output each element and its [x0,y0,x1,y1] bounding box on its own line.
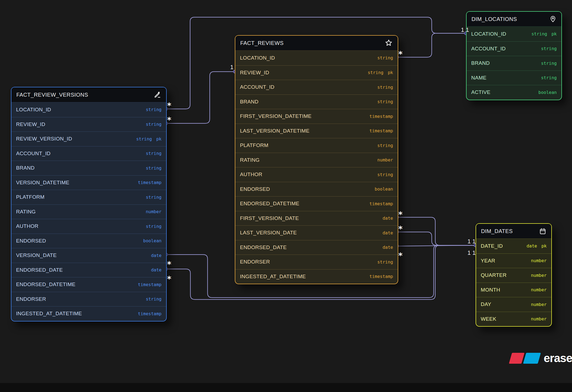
field-row-version_date[interactable]: VERSION_DATEdate [11,248,166,263]
eraser-logo-icon [509,353,541,364]
field-row-endorser[interactable]: ENDORSERstring [11,292,166,307]
field-name: LOCATION_ID [471,31,506,37]
field-type: timestamp [138,311,162,316]
field-name: PLATFORM [16,194,44,200]
star-icon [385,39,393,47]
table-dim-locations[interactable]: DIM_LOCATIONS LOCATION_IDstringpkACCOUNT… [466,11,562,100]
table-title: DIM_LOCATIONS [471,16,517,22]
field-row-ingested_at_datetime[interactable]: INGESTED_AT_DATETIMEtimestamp [11,306,166,321]
connector-fr-last-version-date-to-dim-dates[interactable] [397,232,476,245]
field-name: PLATFORM [240,142,268,148]
field-name: YEAR [481,258,495,264]
eraser-logo: eraser [510,352,572,365]
field-name: INGESTED_AT_DATETIME [16,311,82,317]
field-name: RATING [240,157,260,163]
table-header[interactable]: DIM_DATES [476,224,551,239]
table-fact-reviews[interactable]: FACT_REVIEWS LOCATION_IDstringREVIEW_IDs… [235,35,398,284]
field-row-week[interactable]: WEEKnumber [476,312,551,326]
field-name: WEEK [481,316,496,322]
field-row-year[interactable]: YEARnumber [476,253,551,268]
field-row-endorsed_datetime[interactable]: ENDORSED_DATETIMEtimestamp [235,196,398,211]
field-row-location_id[interactable]: LOCATION_IDstring [11,102,166,117]
field-row-endorsed_date[interactable]: ENDORSED_DATEdate [235,240,398,255]
field-type: date [382,245,393,250]
field-name: DAY [481,301,491,307]
field-name: ENDORSED_DATETIME [16,281,75,287]
field-row-account_id[interactable]: ACCOUNT_IDstring [467,41,561,56]
field-name: NAME [471,75,486,81]
field-row-location_id[interactable]: LOCATION_IDstringpk [467,27,561,41]
table-header[interactable]: FACT_REVIEWS [235,36,398,51]
field-type: number [377,157,393,163]
field-row-day[interactable]: DAYnumber [476,297,551,312]
table-title: FACT_REVIEW_VERSIONS [16,92,88,98]
table-fact-review-versions[interactable]: FACT_REVIEW_VERSIONS LOCATION_IDstringRE… [11,87,167,321]
field-row-account_id[interactable]: ACCOUNT_IDstring [235,80,398,94]
field-row-first_version_date[interactable]: FIRST_VERSION_DATEdate [235,211,398,226]
field-row-platform[interactable]: PLATFORMstring [235,138,398,153]
field-row-brand[interactable]: BRANDstring [467,56,561,71]
field-row-author[interactable]: AUTHORstring [11,219,166,234]
field-type: boolean [375,186,393,192]
field-row-brand[interactable]: BRANDstring [11,161,166,175]
field-type: number [531,316,547,321]
field-row-review_id[interactable]: REVIEW_IDstring [11,117,166,132]
field-row-endorsed[interactable]: ENDORSEDboolean [235,182,398,197]
field-row-endorser[interactable]: ENDORSERstring [235,255,398,269]
field-row-author[interactable]: AUTHORstring [235,167,398,182]
field-row-last_version_datetime[interactable]: LAST_VERSION_DATETIMEtimestamp [235,124,398,138]
field-row-endorsed_date[interactable]: ENDORSED_DATEdate [11,263,166,277]
connector-frv-review-to-fact-reviews[interactable] [166,72,235,123]
field-list: LOCATION_IDstringREVIEW_IDstringREVIEW_V… [11,102,166,321]
field-row-platform[interactable]: PLATFORMstring [11,190,166,204]
field-row-quarter[interactable]: QUARTERnumber [476,268,551,283]
field-name: ACTIVE [471,89,490,95]
field-row-month[interactable]: MONTHnumber [476,283,551,297]
field-type: string [146,296,162,302]
field-type: date [382,230,393,235]
table-dim-dates[interactable]: DIM_DATES DATE_IDdatepkYEARnumberQUARTER… [476,223,552,327]
field-type: string [541,61,557,66]
eraser-logo-red-shape [509,353,524,364]
field-name: FIRST_VERSION_DATE [240,215,299,221]
field-name: ENDORSED [240,186,270,192]
field-name: BRAND [471,60,490,66]
field-type: timestamp [138,282,162,287]
field-row-location_id[interactable]: LOCATION_IDstring [235,51,398,65]
field-row-rating[interactable]: RATINGnumber [11,204,166,219]
field-row-name[interactable]: NAMEstring [467,71,561,85]
field-row-active[interactable]: ACTIVEboolean [467,85,561,100]
field-row-rating[interactable]: RATINGnumber [235,153,398,167]
field-row-date_id[interactable]: DATE_IDdatepk [476,239,551,253]
field-type: string [146,166,162,171]
table-header[interactable]: FACT_REVIEW_VERSIONS [11,87,166,102]
field-row-account_id[interactable]: ACCOUNT_IDstring [11,146,166,161]
field-row-review_id[interactable]: REVIEW_IDstringpk [235,65,398,80]
field-row-endorsed[interactable]: ENDORSEDboolean [11,234,166,248]
field-type: string [146,122,162,127]
field-type: string [377,99,393,104]
field-name: ACCOUNT_ID [16,151,51,157]
connector-fr-location-to-dim-locations[interactable] [397,33,466,57]
field-name: MONTH [481,287,500,293]
connector-fr-first-version-date-to-dim-dates[interactable] [397,217,476,245]
field-row-first_version_datetime[interactable]: FIRST_VERSION_DATETIMEtimestamp [235,109,398,124]
field-type: number [531,302,547,307]
field-type: timestamp [369,201,393,206]
field-type: boolean [538,90,557,95]
field-row-review_version_id[interactable]: REVIEW_VERSION_IDstringpk [11,131,166,146]
field-name: REVIEW_ID [240,70,269,76]
diagram-canvas[interactable]: FACT_REVIEW_VERSIONS LOCATION_IDstringRE… [0,0,572,392]
field-name: ENDORSED_DATE [240,244,287,250]
field-row-brand[interactable]: BRANDstring [235,94,398,109]
table-header[interactable]: DIM_LOCATIONS [467,12,561,27]
table-title: DIM_DATES [481,228,513,234]
field-type: string [541,46,557,51]
field-row-endorsed_datetime[interactable]: ENDORSED_DATETIMEtimestamp [11,277,166,292]
field-type: number [146,209,162,214]
field-row-last_version_date[interactable]: LAST_VERSION_DATEdate [235,225,398,240]
field-row-version_datetime[interactable]: VERSION_DATETIMEtimestamp [11,175,166,190]
field-row-ingested_at_datetime[interactable]: INGESTED_AT_DATETIMEtimestamp [235,269,398,284]
field-name: ENDORSED_DATE [16,267,63,273]
field-name: VERSION_DATE [16,252,57,258]
